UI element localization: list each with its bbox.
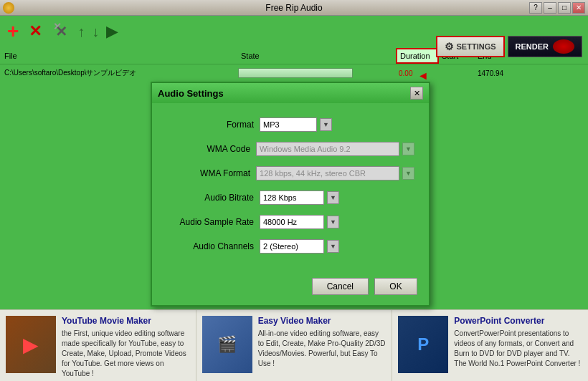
wma-code-dropdown[interactable]: Windows Media Audio 9.2 (256, 142, 399, 156)
ad-youtube-body: the First, unique video editing software… (62, 329, 190, 379)
move-up-button[interactable]: ↑ (76, 22, 86, 42)
ad-youtube-thumb: ▶ (6, 316, 56, 373)
ad-evm: 🎬 Easy Video Maker All-in-one video edit… (196, 310, 393, 381)
toolbar: + ✕ ✕ ✕ ↑ ↓ ▶ ⚙ SETTINGS RENDER (0, 16, 588, 47)
remove-all-button[interactable]: ✕ ✕ (50, 21, 72, 42)
audio-samplerate-row: Audio Sample Rate 48000 Hz ▼ (166, 215, 414, 229)
column-file: File (1, 52, 238, 60)
play-icon: ▶ (106, 22, 118, 41)
plus-icon: + (7, 21, 19, 42)
wma-code-row: WMA Code Windows Media Audio 9.2 ▼ (166, 142, 414, 156)
wma-format-row: WMA Format 128 kbps, 44 kHz, stereo CBR … (166, 166, 414, 180)
ad-evm-body: All-in-one video editing software, easy … (258, 329, 387, 369)
ad-evm-thumb: 🎬 (202, 316, 252, 373)
ad-evm-text: Easy Video Maker All-in-one video editin… (258, 316, 387, 375)
audio-settings-dialog: Audio Settings ✕ Format MP3 ▼ WMA Code (151, 82, 430, 307)
audio-samplerate-control: 48000 Hz ▼ (260, 215, 339, 229)
titlebar-controls: ? – □ ✕ (529, 2, 585, 14)
ad-ppt: P PowerPoint Converter ConvertPowerPoint… (392, 310, 588, 381)
state-cell (238, 68, 396, 78)
ad-ppt-text: PowerPoint Converter ConvertPowerPoint p… (454, 316, 582, 375)
wma-format-label: WMA Format (166, 168, 256, 178)
audio-channels-dropdown-arrow[interactable]: ▼ (327, 240, 339, 253)
ad-youtube: ▶ YouTube Movie Maker the First, unique … (0, 310, 196, 381)
thumb-pp-bg: P (398, 316, 448, 373)
ad-ppt-body: ConvertPowerPoint presentations to video… (454, 329, 582, 369)
format-dropdown-arrow[interactable]: ▼ (320, 118, 332, 131)
wma-format-dropdown[interactable]: 128 kbps, 44 kHz, stereo CBR (256, 166, 399, 180)
format-control: MP3 ▼ (260, 117, 332, 132)
x-red-icon: ✕ (26, 22, 44, 41)
wma-code-label: WMA Code (166, 144, 256, 154)
minimize-button[interactable]: – (544, 2, 556, 14)
column-state: State (238, 52, 396, 60)
audio-samplerate-dropdown[interactable]: 48000 Hz (260, 215, 324, 229)
cancel-button[interactable]: Cancel (312, 278, 369, 295)
gear-icon: ⚙ (445, 41, 454, 52)
remove-button[interactable]: ✕ (24, 21, 46, 42)
dialog-titlebar: Audio Settings ✕ (152, 83, 429, 103)
ok-button[interactable]: OK (374, 278, 417, 295)
wma-format-dropdown-arrow[interactable]: ▼ (402, 167, 414, 180)
ad-evm-title[interactable]: Easy Video Maker (258, 316, 387, 326)
down-arrow-icon: ↓ (92, 24, 99, 40)
audio-channels-dropdown[interactable]: 2 (Stereo) (260, 239, 324, 254)
play-button[interactable]: ▶ (105, 21, 120, 42)
close-button[interactable]: ✕ (572, 2, 585, 14)
up-arrow-icon: ↑ (77, 24, 85, 40)
window-title: Free Rip Audio (265, 3, 322, 13)
red-arrow-icon: ◄ (417, 69, 429, 82)
audio-channels-control: 2 (Stereo) ▼ (260, 239, 339, 254)
wma-code-control: Windows Media Audio 9.2 ▼ (256, 142, 414, 156)
thumb-yt-icon: ▶ (23, 333, 39, 357)
audio-bitrate-control: 128 Kbps ▼ (260, 190, 339, 205)
audio-samplerate-dropdown-arrow[interactable]: ▼ (327, 216, 339, 228)
move-down-button[interactable]: ↓ (90, 22, 100, 42)
dialog-title: Audio Settings (158, 88, 224, 99)
end-value: 1470.94 (475, 69, 532, 77)
add-button[interactable]: + (6, 20, 20, 43)
file-path: C:\Users\softaro\Desktop\サンプルビデオ (1, 68, 238, 78)
audio-bitrate-row: Audio Bitrate 128 Kbps ▼ (166, 190, 414, 205)
render-icon (553, 39, 574, 54)
state-progress-bar (238, 68, 353, 78)
thumb-ev-bg: 🎬 (202, 316, 252, 373)
ad-youtube-title[interactable]: YouTube Movie Maker (62, 316, 190, 326)
audio-bitrate-label: Audio Bitrate (166, 193, 260, 203)
audio-bitrate-dropdown-arrow[interactable]: ▼ (327, 191, 339, 204)
duration-value: 0.00 ◄ (396, 69, 439, 77)
thumb-pp-icon: P (417, 334, 429, 355)
audio-samplerate-label: Audio Sample Rate (166, 217, 260, 227)
ad-youtube-text: YouTube Movie Maker the First, unique vi… (62, 316, 190, 375)
column-duration: Duration (396, 48, 439, 64)
wma-format-control: 128 kbps, 44 kHz, stereo CBR ▼ (256, 166, 414, 180)
titlebar-left (3, 2, 14, 14)
wma-code-dropdown-arrow[interactable]: ▼ (402, 143, 414, 155)
maximize-button[interactable]: □ (558, 2, 571, 14)
dialog-close-button[interactable]: ✕ (410, 87, 423, 100)
help-button[interactable]: ? (529, 2, 542, 14)
settings-button[interactable]: ⚙ SETTINGS (436, 36, 505, 57)
format-row: Format MP3 ▼ (166, 117, 414, 132)
render-label: RENDER (516, 42, 549, 51)
ad-ppt-thumb: P (398, 316, 448, 373)
ad-ppt-title[interactable]: PowerPoint Converter (454, 316, 582, 326)
format-dropdown[interactable]: MP3 (260, 117, 317, 132)
settings-label: SETTINGS (457, 42, 496, 51)
x-gray-icon: ✕ ✕ (52, 22, 70, 41)
render-button[interactable]: RENDER (508, 36, 582, 57)
thumb-ev-icon: 🎬 (217, 335, 237, 354)
file-row[interactable]: C:\Users\softaro\Desktop\サンプルビデオ 0.00 ◄ … (0, 64, 588, 82)
settings-render-group: ⚙ SETTINGS RENDER (436, 36, 582, 57)
audio-channels-row: Audio Channels 2 (Stereo) ▼ (166, 239, 414, 254)
titlebar: Free Rip Audio ? – □ ✕ (0, 0, 588, 16)
thumb-yt-bg: ▶ (6, 316, 56, 373)
audio-bitrate-dropdown[interactable]: 128 Kbps (260, 190, 324, 205)
dialog-content: Format MP3 ▼ WMA Code Windows Media Audi… (152, 103, 429, 271)
audio-channels-label: Audio Channels (166, 241, 260, 251)
app-icon (3, 2, 14, 14)
format-label: Format (166, 120, 260, 130)
dialog-buttons: Cancel OK (152, 271, 429, 305)
main-area: Audio Settings ✕ Format MP3 ▼ WMA Code (0, 82, 588, 282)
bottom-ads: ▶ YouTube Movie Maker the First, unique … (0, 309, 588, 381)
